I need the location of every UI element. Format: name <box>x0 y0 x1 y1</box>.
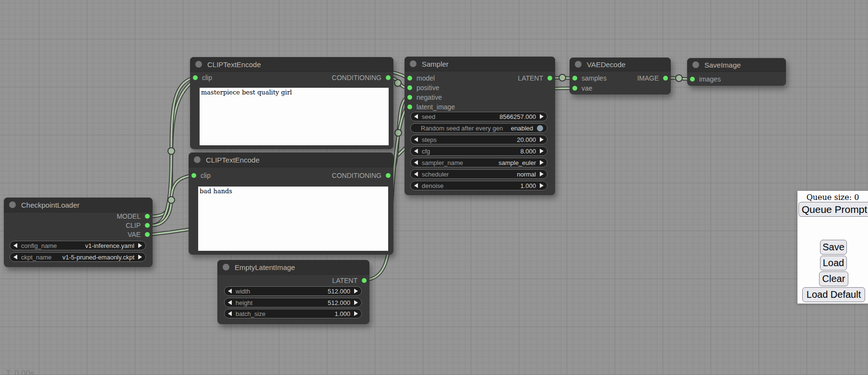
next-arrow-icon[interactable] <box>354 300 358 305</box>
node-cliptextencode-negative[interactable]: CLIPTextEncode clip CONDITIONING bad han… <box>189 152 393 255</box>
link-midpoint-dot <box>676 75 682 82</box>
save-button[interactable]: Save <box>820 240 847 255</box>
next-arrow-icon[interactable] <box>354 289 358 293</box>
node-title-bar[interactable]: CheckpointLoader <box>4 198 153 212</box>
input-slot-negative[interactable]: negative <box>407 93 442 102</box>
slot-dot-icon[interactable] <box>191 173 196 178</box>
node-status-dot-icon <box>410 60 416 67</box>
slot-dot-icon[interactable] <box>145 214 150 219</box>
widget-scheduler[interactable]: scheduler normal <box>410 169 547 179</box>
input-slot-model[interactable]: model <box>407 73 435 83</box>
output-slot-vae[interactable]: VAE <box>128 230 150 239</box>
prev-arrow-icon[interactable] <box>414 160 418 165</box>
next-arrow-icon[interactable] <box>138 243 142 248</box>
widget-ckpt-name[interactable]: ckpt_name v1-5-pruned-emaonly.ckpt <box>10 252 146 262</box>
slot-dot-icon[interactable] <box>572 76 577 81</box>
widget-batch-size[interactable]: batch_size 1.000 <box>224 309 362 318</box>
prev-arrow-icon[interactable] <box>414 149 418 153</box>
clear-button[interactable]: Clear <box>819 271 848 286</box>
output-slot-conditioning[interactable]: CONDITIONING <box>332 73 391 82</box>
output-slot-latent[interactable]: LATENT <box>518 73 552 83</box>
widget-height[interactable]: height 512.000 <box>224 298 362 307</box>
widget-denoise[interactable]: denoise 1.000 <box>410 181 547 190</box>
slot-dot-icon[interactable] <box>193 75 198 80</box>
node-title-bar[interactable]: CLIPTextEncode <box>190 57 393 72</box>
slot-dot-icon[interactable] <box>547 76 552 81</box>
node-title-bar[interactable]: CLIPTextEncode <box>189 152 393 167</box>
load-default-button[interactable]: Load Default <box>802 287 865 302</box>
next-arrow-icon[interactable] <box>138 255 142 259</box>
slot-dot-icon[interactable] <box>572 86 577 91</box>
widget-sampler-name[interactable]: sampler_name sample_euler <box>410 158 547 167</box>
slot-dot-icon[interactable] <box>386 75 391 80</box>
slot-dot-icon[interactable] <box>145 232 150 237</box>
slot-dot-icon[interactable] <box>362 278 367 283</box>
prompt-textarea[interactable]: bad hands <box>198 187 388 251</box>
output-slot-conditioning[interactable]: CONDITIONING <box>332 171 391 180</box>
node-title: CheckpointLoader <box>21 201 80 209</box>
node-title-bar[interactable]: EmptyLatentImage <box>217 260 369 275</box>
node-saveimage[interactable]: SaveImage images <box>687 58 786 86</box>
widget-config-name[interactable]: config_name v1-inference.yaml <box>10 241 146 250</box>
node-title: SaveImage <box>704 61 741 69</box>
prev-arrow-icon[interactable] <box>228 289 232 293</box>
node-checkpointloader[interactable]: CheckpointLoader MODEL CLIP VAE config_n… <box>4 198 153 267</box>
input-slot-clip[interactable]: clip <box>193 73 212 82</box>
slot-dot-icon[interactable] <box>407 85 412 90</box>
prev-arrow-icon[interactable] <box>13 243 17 248</box>
node-cliptextencode-positive[interactable]: CLIPTextEncode clip CONDITIONING masterp… <box>190 57 393 149</box>
output-slot-clip[interactable]: CLIP <box>126 221 150 230</box>
node-title-bar[interactable]: VAEDecode <box>570 58 671 71</box>
node-title-bar[interactable]: SaveImage <box>687 58 786 72</box>
node-title-bar[interactable]: Sampler <box>404 57 555 71</box>
next-arrow-icon[interactable] <box>354 311 358 316</box>
node-title: Sampler <box>422 60 449 68</box>
node-title: CLIPTextEncode <box>207 60 261 69</box>
input-slot-vae[interactable]: vae <box>572 83 593 93</box>
node-status-dot-icon <box>575 61 582 68</box>
output-slot-latent[interactable]: LATENT <box>332 276 367 285</box>
node-title: CLIPTextEncode <box>206 156 260 164</box>
prev-arrow-icon[interactable] <box>414 183 418 188</box>
input-slot-images[interactable]: images <box>690 74 721 84</box>
next-arrow-icon[interactable] <box>540 114 544 119</box>
prompt-textarea[interactable]: masterpiece best quality girl <box>200 88 389 145</box>
slot-dot-icon[interactable] <box>407 105 412 109</box>
toggle-circle-icon[interactable] <box>537 125 543 131</box>
input-slot-latent-image[interactable]: latent_image <box>407 102 455 112</box>
prev-arrow-icon[interactable] <box>13 255 17 259</box>
slot-dot-icon[interactable] <box>145 223 150 228</box>
input-slot-clip[interactable]: clip <box>191 171 211 180</box>
input-slot-positive[interactable]: positive <box>407 83 439 93</box>
slot-dot-icon[interactable] <box>663 76 668 81</box>
widget-seed[interactable]: seed 8566257.000 <box>410 112 547 121</box>
slot-dot-icon[interactable] <box>386 173 391 178</box>
widget-cfg[interactable]: cfg 8.000 <box>410 146 547 156</box>
prev-arrow-icon[interactable] <box>228 300 232 305</box>
slot-dot-icon[interactable] <box>690 77 695 82</box>
slot-dot-icon[interactable] <box>407 76 412 81</box>
graph-canvas[interactable]: CLIPTextEncode clip CONDITIONING masterp… <box>0 0 868 375</box>
slot-dot-icon[interactable] <box>407 95 412 100</box>
widget-steps[interactable]: steps 20.000 <box>410 135 547 144</box>
input-slot-samples[interactable]: samples <box>572 73 606 83</box>
prev-arrow-icon[interactable] <box>228 311 232 316</box>
output-slot-model[interactable]: MODEL <box>117 211 150 221</box>
prev-arrow-icon[interactable] <box>414 114 418 119</box>
prev-arrow-icon[interactable] <box>414 172 418 176</box>
next-arrow-icon[interactable] <box>540 160 544 165</box>
node-sampler[interactable]: Sampler model positive negative latent_i… <box>404 57 555 195</box>
next-arrow-icon[interactable] <box>540 172 544 176</box>
queue-prompt-button[interactable]: Queue Prompt <box>798 202 868 217</box>
node-emptylatentimage[interactable]: EmptyLatentImage LATENT width 512.000 he… <box>217 260 369 324</box>
next-arrow-icon[interactable] <box>540 149 544 153</box>
load-button[interactable]: Load <box>820 256 847 270</box>
widget-random-seed-toggle[interactable]: Random seed after every gen enabled <box>410 123 547 133</box>
next-arrow-icon[interactable] <box>540 137 544 142</box>
node-status-dot-icon <box>9 201 16 208</box>
widget-width[interactable]: width 512.000 <box>224 286 362 296</box>
next-arrow-icon[interactable] <box>540 183 544 188</box>
prev-arrow-icon[interactable] <box>414 137 418 142</box>
node-vaedecode[interactable]: VAEDecode samples vae IMAGE <box>570 58 671 94</box>
output-slot-image[interactable]: IMAGE <box>637 73 668 83</box>
